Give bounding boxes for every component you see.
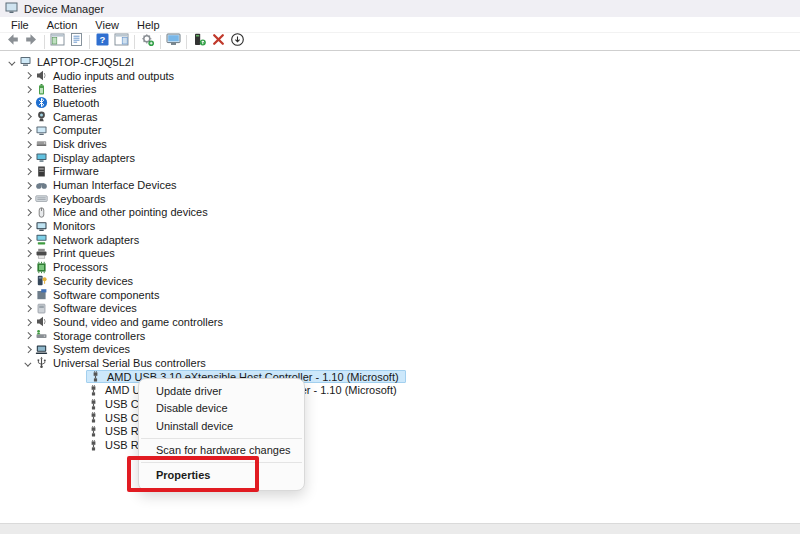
device-manager-icon (5, 0, 18, 18)
chevron-right-icon[interactable] (22, 247, 34, 259)
uninstall-device-button[interactable] (209, 33, 228, 50)
chevron-right-icon[interactable] (22, 330, 34, 342)
chevron-right-icon[interactable] (22, 124, 34, 136)
tree-item-sound-video-and-game-controllers[interactable]: Sound, video and game controllers (0, 315, 800, 329)
menu-action[interactable]: Action (38, 19, 87, 31)
chevron-glyph (25, 360, 31, 366)
tree-item-usb-root-hub-usb-3-0[interactable]: USB Root Hub (USB 3.0) (0, 438, 800, 452)
chevron-right-icon[interactable] (22, 193, 34, 205)
disable-circle-icon (230, 32, 245, 51)
tree-item-network-adapters[interactable]: Network adapters (0, 233, 800, 247)
chevron-right-icon[interactable] (22, 97, 34, 109)
mouse-icon (34, 206, 49, 219)
tree-item-amd-usb-3-10-extensible-host-controller-1-10-microsoft[interactable]: AMD USB 3.10 eXtensible Host Controller … (0, 384, 800, 398)
chevron-right-icon[interactable] (22, 206, 34, 218)
chevron-right-icon[interactable] (22, 220, 34, 232)
tree-item-usb-composite-device[interactable]: USB Composite Device (0, 397, 800, 411)
window-title: Device Manager (24, 3, 104, 15)
chevron-down-icon[interactable] (6, 56, 18, 68)
context-menu-item-scan-for-hardware-changes[interactable]: Scan for hardware changes (139, 442, 304, 460)
chevron-right-icon[interactable] (22, 165, 34, 177)
hid-icon (34, 179, 49, 192)
tree-item-processors[interactable]: Processors (0, 260, 800, 274)
battery-icon (34, 83, 49, 96)
tree-item-display-adapters[interactable]: Display adapters (0, 151, 800, 165)
chevron-right-icon[interactable] (22, 83, 34, 95)
chevron-right-icon[interactable] (22, 152, 34, 164)
tree-item-software-components[interactable]: Software components (0, 288, 800, 302)
tree-item-disk-drives[interactable]: Disk drives (0, 137, 800, 151)
context-menu-item-update-driver[interactable]: Update driver (139, 382, 304, 400)
chevron-right-icon[interactable] (22, 111, 34, 123)
computer-icon (18, 55, 33, 68)
toolbar-separator (44, 35, 45, 49)
context-menu-item-properties[interactable]: Properties (139, 466, 304, 484)
help-icon: ? (95, 32, 110, 51)
tree-item-usb-composite-device[interactable]: USB Composite Device (0, 411, 800, 425)
software-device-icon (34, 302, 49, 315)
update-driver-button[interactable] (190, 33, 209, 50)
tree-item-keyboards[interactable]: Keyboards (0, 192, 800, 206)
tree-item-computer[interactable]: Computer (0, 123, 800, 137)
chevron-glyph (25, 291, 31, 297)
context-menu-item-disable-device[interactable]: Disable device (139, 400, 304, 418)
toolbar-separator (134, 35, 135, 49)
chevron-glyph (25, 154, 31, 160)
context-menu-separator (141, 438, 302, 439)
chevron-right-icon[interactable] (22, 261, 34, 273)
chevron-right-icon[interactable] (22, 234, 34, 246)
tree-item-laptop-cfjq5l2i[interactable]: LAPTOP-CFJQ5L2I (0, 55, 800, 69)
tree-item-batteries[interactable]: Batteries (0, 82, 800, 96)
chevron-right-icon[interactable] (22, 179, 34, 191)
properties-pane-button[interactable] (67, 33, 86, 50)
disable-device-button[interactable] (228, 33, 247, 50)
svg-text:?: ? (100, 34, 106, 45)
action-pane-button[interactable] (112, 33, 131, 50)
menu-view[interactable]: View (86, 19, 128, 31)
tree-item-amd-usb-3-10-extensible-host-controller-1-10-microsoft[interactable]: AMD USB 3.10 eXtensible Host Controller … (0, 370, 800, 384)
bottom-strip (0, 523, 800, 534)
tree-item-security-devices[interactable]: Security devices (0, 274, 800, 288)
tree-item-label: Processors (53, 261, 108, 273)
tree-item-label: Cameras (53, 111, 98, 123)
scan-hardware-changes-button[interactable] (138, 33, 157, 50)
chevron-right-icon[interactable] (22, 289, 34, 301)
chevron-glyph (25, 168, 31, 174)
chevron-glyph (25, 264, 31, 270)
keyboard-icon (34, 192, 49, 205)
tree-item-audio-inputs-and-outputs[interactable]: Audio inputs and outputs (0, 69, 800, 83)
tree-item-universal-serial-bus-controllers[interactable]: Universal Serial Bus controllers (0, 356, 800, 370)
chevron-glyph (25, 127, 31, 133)
tree-item-storage-controllers[interactable]: Storage controllers (0, 329, 800, 343)
tree-item-mice-and-other-pointing-devices[interactable]: Mice and other pointing devices (0, 206, 800, 220)
chevron-right-icon[interactable] (22, 138, 34, 150)
tree-item-firmware[interactable]: Firmware (0, 165, 800, 179)
tree-item-system-devices[interactable]: System devices (0, 342, 800, 356)
chevron-glyph (25, 319, 31, 325)
usb-plug-icon (86, 384, 101, 397)
tree-item-cameras[interactable]: Cameras (0, 110, 800, 124)
chevron-down-icon[interactable] (22, 357, 34, 369)
chevron-right-icon[interactable] (22, 70, 34, 82)
menu-file[interactable]: File (2, 19, 38, 31)
menu-help[interactable]: Help (128, 19, 169, 31)
chevron-right-icon[interactable] (22, 316, 34, 328)
computer-button[interactable] (164, 33, 183, 50)
tree-item-label: Sound, video and game controllers (53, 316, 223, 328)
tree-item-usb-root-hub-usb-3-0[interactable]: USB Root Hub (USB 3.0) (0, 425, 800, 439)
tree-item-print-queues[interactable]: Print queues (0, 247, 800, 261)
chevron-right-icon[interactable] (22, 302, 34, 314)
chevron-glyph (25, 86, 31, 92)
tree-item-human-interface-devices[interactable]: Human Interface Devices (0, 178, 800, 192)
context-menu-item-uninstall-device[interactable]: Uninstall device (139, 417, 304, 435)
chevron-right-icon[interactable] (22, 343, 34, 355)
tree-item-software-devices[interactable]: Software devices (0, 301, 800, 315)
forward-button[interactable] (22, 33, 41, 50)
help-button[interactable]: ? (93, 33, 112, 50)
chevron-right-icon[interactable] (22, 275, 34, 287)
tree-item-monitors[interactable]: Monitors (0, 219, 800, 233)
show-console-tree-button[interactable] (48, 33, 67, 50)
toolbar-separator (160, 35, 161, 49)
back-button[interactable] (3, 33, 22, 50)
tree-item-bluetooth[interactable]: Bluetooth (0, 96, 800, 110)
